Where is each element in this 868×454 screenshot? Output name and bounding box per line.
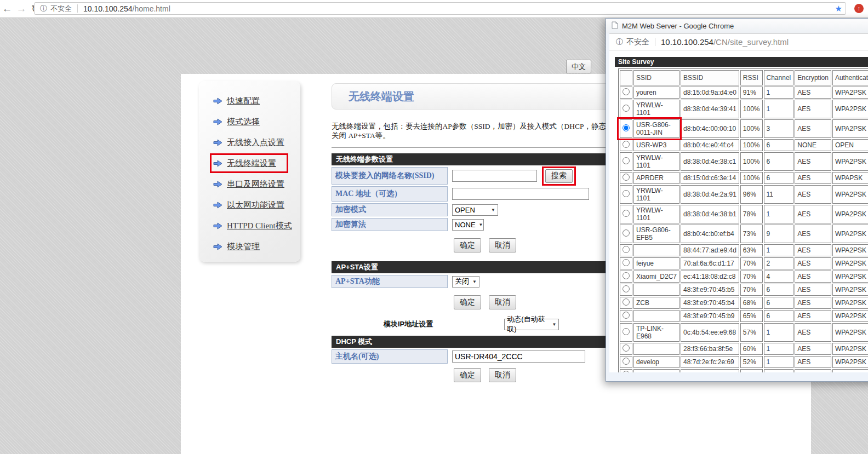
row-radio[interactable] (623, 190, 630, 197)
dhcp-ok-button[interactable]: 确定 (454, 368, 481, 382)
sidebar-item-label[interactable]: 快速配置 (227, 96, 260, 106)
ssid-input[interactable] (452, 170, 537, 182)
cell-rssi: 60% (740, 343, 763, 355)
sidebar-menu: 快速配置 模式选择 无线接入点设置 无线终端设置 (199, 81, 300, 262)
row-radio[interactable] (623, 157, 630, 164)
cell-channel: 6 (764, 152, 794, 171)
row-radio[interactable] (623, 259, 630, 266)
dhcp-section-header: DHCP 模式 (332, 336, 637, 348)
security-label: 不安全 (50, 4, 72, 14)
cell-ssid (633, 343, 679, 355)
search-button[interactable]: 搜索 (545, 169, 573, 183)
cell-channel: 1 (764, 244, 794, 256)
url-bar[interactable]: ⓘ 不安全 10.10.100.254/home.html ★ (34, 2, 846, 15)
apsta-cancel-button[interactable]: 取消 (489, 295, 516, 309)
row-radio[interactable] (623, 174, 630, 181)
hostname-input[interactable] (452, 350, 585, 363)
cell-authentication: WPA2PSK (832, 244, 868, 256)
row-radio[interactable] (623, 344, 630, 352)
sidebar-item-label[interactable]: 模式选择 (227, 117, 260, 127)
cell-encryption: NONE (795, 139, 831, 151)
cell-ssid: USR-G806-0011-JIN (633, 119, 679, 138)
cell-encryption: AES (795, 310, 831, 322)
cell-bssid: 88:44:77:ad:e9:4d (681, 244, 739, 256)
column-header-authentication: Authentication (832, 70, 868, 85)
row-radio[interactable] (623, 88, 630, 95)
cell-rssi: 70% (740, 257, 763, 269)
cell-channel: 11 (764, 185, 794, 204)
mac-input[interactable] (452, 188, 589, 200)
cell-channel: 3 (764, 119, 794, 138)
cell-authentication: WPA2PSK (832, 87, 868, 99)
cell-encryption: AES (795, 257, 831, 269)
apsta-ok-button[interactable]: 确定 (454, 295, 481, 309)
sidebar-item-label[interactable]: 模块管理 (227, 242, 260, 252)
popup-titlebar[interactable]: M2M Web Server - Google Chrome (606, 19, 868, 33)
table-row: USR-WP3 d8:b0:4c:e0:4f:c4 100% 6 NONE OP… (620, 139, 868, 151)
cell-bssid: 0c:4b:54:ee:e9:68 (681, 323, 739, 342)
separator-line (332, 147, 637, 148)
cell-authentication: OPEN (832, 369, 868, 372)
sidebar-item[interactable]: 模式选择 (213, 115, 260, 128)
row-radio[interactable] (623, 298, 630, 306)
sidebar-item-label[interactable]: 无线接入点设置 (227, 137, 284, 148)
row-radio[interactable] (623, 312, 630, 319)
sidebar-item[interactable]: 无线终端设置 (213, 157, 285, 170)
popup-url-bar[interactable]: ⓘ 不安全 10.10.100.254/CN/site_survey.html (609, 33, 868, 50)
popup-url-domain: 10.10.100.254 (661, 37, 713, 47)
ip-mode-select[interactable]: 动态(自动获取)▼ (504, 319, 559, 330)
cell-bssid: 28:f3:66:ba:8f:5e (681, 343, 739, 355)
sidebar-item[interactable]: 无线接入点设置 (213, 136, 284, 149)
row-radio[interactable] (623, 358, 630, 365)
language-button[interactable]: 中文 (566, 60, 591, 73)
row-radio[interactable] (623, 124, 630, 131)
url-divider (655, 38, 655, 46)
encryption-algo-select[interactable]: NONE▼ (452, 219, 484, 231)
info-icon[interactable]: ⓘ (40, 4, 47, 14)
row-radio[interactable] (623, 371, 630, 372)
row-radio[interactable] (623, 229, 630, 237)
site-survey-header: Site Survey (615, 57, 868, 67)
sta-ok-button[interactable]: 确定 (454, 238, 481, 252)
sidebar-item[interactable]: HTTPD Client模式 (213, 219, 292, 232)
encryption-mode-value: OPEN (455, 206, 475, 214)
row-radio[interactable] (623, 285, 630, 292)
forward-icon[interactable]: → (14, 3, 28, 15)
cell-authentication: WPA2PSK (832, 271, 868, 283)
cell-ssid: Xiaomi_D2C7 (633, 271, 679, 283)
cell-authentication: WPAPSK (832, 172, 868, 184)
bookmark-star-icon[interactable]: ★ (835, 4, 842, 14)
row-radio[interactable] (623, 328, 630, 335)
sidebar-item-label[interactable]: 以太网功能设置 (227, 200, 284, 210)
cell-rssi: 60% (740, 369, 763, 372)
cell-bssid: ec:41:18:08:d2:c8 (681, 271, 739, 283)
sidebar-item-label[interactable]: HTTPD Client模式 (227, 221, 292, 231)
sidebar-item[interactable]: 以太网功能设置 (213, 198, 284, 211)
cell-bssid: d8:38:0d:4e:38:b1 (681, 205, 739, 223)
column-header-radio (620, 70, 632, 85)
row-radio[interactable] (623, 105, 630, 112)
encryption-mode-select[interactable]: OPEN▼ (452, 204, 498, 216)
sidebar-item-label[interactable]: 串口及网络设置 (227, 179, 284, 189)
popup-body: Site Survey SSID BSSID RSSI Channel Encr… (609, 50, 868, 372)
row-radio[interactable] (623, 141, 630, 148)
row-radio[interactable] (623, 272, 630, 279)
browser-toolbar: ← → ↻ ⓘ 不安全 10.10.100.254/home.html ★ ↑ (0, 0, 868, 18)
apsta-select[interactable]: 关闭▼ (452, 276, 479, 288)
back-icon[interactable]: ← (0, 3, 14, 15)
popup-url-path: /CN/site_survey.html (713, 37, 789, 47)
cell-encryption: AES (795, 225, 831, 243)
sta-cancel-button[interactable]: 取消 (489, 238, 516, 252)
dhcp-cancel-button[interactable]: 取消 (489, 368, 516, 382)
sidebar-item[interactable]: 串口及网络设置 (213, 177, 284, 191)
table-row: YRWLW-1101 d8:38:0d:4e:39:41 100% 1 AES … (620, 100, 868, 118)
row-radio[interactable] (623, 246, 630, 253)
sidebar-item[interactable]: 模块管理 (213, 240, 260, 253)
cell-encryption: AES (795, 356, 831, 368)
sidebar-item-label[interactable]: 无线终端设置 (227, 158, 276, 169)
sidebar-item[interactable]: 快速配置 (213, 94, 260, 107)
cell-encryption: AES (795, 284, 831, 296)
row-radio[interactable] (623, 210, 630, 217)
extension-icon[interactable]: ↑ (854, 4, 864, 13)
ip-mode-row: 模块IP地址设置 动态(自动获取)▼ (332, 318, 637, 330)
